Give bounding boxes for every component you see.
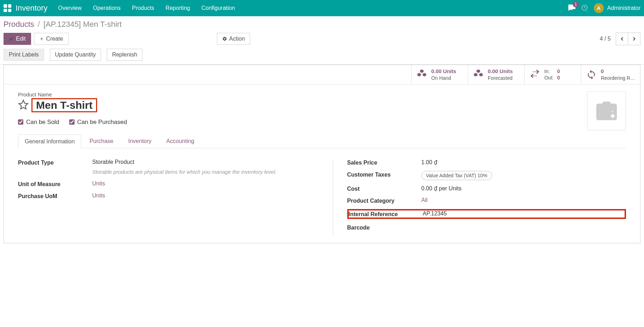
value-product-type: Storable Product xyxy=(92,159,134,165)
action-button[interactable]: Action xyxy=(217,33,250,45)
stat-buttons: 0.00 UnitsOn Hand 0.00 UnitsForecasted I… xyxy=(4,65,640,84)
can-be-sold-checkbox[interactable]: Can be Sold xyxy=(18,119,59,126)
menu-overview[interactable]: Overview xyxy=(58,5,82,11)
value-uom[interactable]: Units xyxy=(92,180,312,187)
form-sheet: 0.00 UnitsOn Hand 0.00 UnitsForecasted I… xyxy=(4,65,640,243)
value-purchase-uom[interactable]: Units xyxy=(92,192,312,199)
favorite-star-icon[interactable] xyxy=(18,99,29,111)
value-cost: 0.00 ₫ per Units xyxy=(421,185,626,192)
label-customer-taxes: Customer Taxes xyxy=(347,171,418,178)
tab-inventory[interactable]: Inventory xyxy=(122,134,158,148)
refresh-icon xyxy=(586,69,597,80)
boxes-icon xyxy=(473,69,484,80)
product-image-placeholder[interactable] xyxy=(587,91,626,130)
user-name: Administrator xyxy=(607,5,640,11)
breadcrumb: Products / [AP.12345] Men T-shirt xyxy=(4,20,640,29)
chevron-left-icon xyxy=(619,36,625,42)
help-product-type: Storable products are physical items for… xyxy=(92,168,312,176)
product-name-label: Product Name xyxy=(18,91,626,97)
label-sales-price: Sales Price xyxy=(347,159,418,166)
label-product-type: Product Type xyxy=(18,159,89,166)
can-be-purchased-checkbox[interactable]: Can be Purchased xyxy=(69,119,127,126)
label-product-category: Product Category xyxy=(347,197,418,204)
label-uom: Unit of Measure xyxy=(18,180,89,188)
app-name[interactable]: Inventory xyxy=(16,4,48,13)
message-count-badge: 1 xyxy=(573,1,579,7)
main-menu: Overview Operations Products Reporting C… xyxy=(58,5,235,11)
stat-on-hand[interactable]: 0.00 UnitsOn Hand xyxy=(411,65,468,84)
breadcrumb-parent[interactable]: Products xyxy=(4,20,34,29)
pager: 4 / 5 xyxy=(600,32,640,45)
tab-purchase[interactable]: Purchase xyxy=(83,134,120,148)
stat-reordering[interactable]: 0Reordering R… xyxy=(581,65,640,84)
menu-configuration[interactable]: Configuration xyxy=(201,5,235,11)
breadcrumb-sep: / xyxy=(38,20,40,29)
pager-next-button[interactable] xyxy=(628,33,640,45)
top-navbar: Inventory Overview Operations Products R… xyxy=(0,0,644,16)
replenish-button[interactable]: Replenish xyxy=(107,49,142,61)
apps-icon[interactable] xyxy=(4,4,11,12)
activities-icon[interactable] xyxy=(581,4,588,12)
messaging-icon[interactable]: 1 xyxy=(568,4,575,13)
menu-products[interactable]: Products xyxy=(132,5,154,11)
label-barcode: Barcode xyxy=(347,224,418,231)
stat-transfers[interactable]: In:0 Out:0 xyxy=(524,65,581,84)
tab-accounting[interactable]: Accounting xyxy=(160,134,201,148)
create-button[interactable]: Create xyxy=(34,33,69,45)
value-product-category[interactable]: All xyxy=(421,197,626,203)
pager-text[interactable]: 4 / 5 xyxy=(600,36,611,42)
control-panel: Products / [AP.12345] Men T-shirt Edit C… xyxy=(0,16,644,65)
chevron-right-icon xyxy=(631,36,637,42)
transfer-icon xyxy=(530,69,540,80)
camera-icon xyxy=(592,99,621,123)
edit-button[interactable]: Edit xyxy=(4,33,31,45)
plus-icon xyxy=(39,36,44,41)
user-menu[interactable]: A Administrator xyxy=(594,3,640,13)
tax-tag[interactable]: Value Added Tax (VAT) 10% xyxy=(421,171,492,180)
pencil-icon xyxy=(9,36,14,41)
pager-prev-button[interactable] xyxy=(616,33,628,45)
product-name: Men T-shirt xyxy=(31,98,97,112)
breadcrumb-current: [AP.12345] Men T-shirt xyxy=(43,20,122,29)
menu-operations[interactable]: Operations xyxy=(93,5,120,11)
avatar: A xyxy=(594,3,604,13)
print-labels-button[interactable]: Print Labels xyxy=(4,49,44,61)
value-internal-reference: AP.12345 xyxy=(423,210,625,217)
label-internal-reference: Internal Reference xyxy=(349,210,419,218)
tab-general-info[interactable]: General Information xyxy=(18,135,81,148)
gear-icon xyxy=(222,36,227,41)
menu-reporting[interactable]: Reporting xyxy=(166,5,190,11)
notebook-tabs: General Information Purchase Inventory A… xyxy=(18,134,626,148)
label-cost: Cost xyxy=(347,185,418,192)
label-purchase-uom: Purchase UoM xyxy=(18,192,89,200)
boxes-icon xyxy=(416,69,427,80)
value-sales-price: 1.00 ₫ xyxy=(421,159,626,166)
stat-forecasted[interactable]: 0.00 UnitsForecasted xyxy=(468,65,524,84)
update-quantity-button[interactable]: Update Quantity xyxy=(50,49,101,61)
